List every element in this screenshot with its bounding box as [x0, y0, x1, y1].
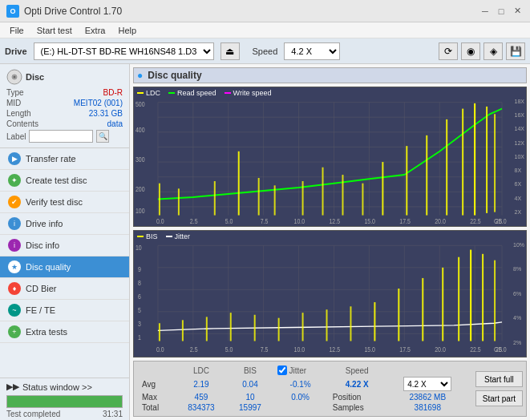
disc-length-label: Length	[6, 109, 31, 118]
svg-rect-87	[326, 309, 328, 341]
disc-type-value: BD-R	[103, 88, 123, 97]
titlebar: O Opti Drive Control 1.70 ─ □ ✕	[0, 0, 530, 22]
disc-mid-value: MEIT02 (001)	[74, 99, 123, 107]
samples-label: Samples	[328, 402, 386, 413]
drive-icon-btn-1[interactable]: ⟳	[439, 42, 458, 60]
svg-text:2.5: 2.5	[190, 217, 198, 225]
svg-rect-36	[362, 184, 363, 216]
svg-rect-42	[474, 103, 475, 216]
col-empty2	[386, 365, 469, 376]
chart-bis: BIS Jitter 10% 8% 6% 4% 2%	[133, 230, 527, 357]
transfer-rate-icon: ▶	[8, 152, 21, 165]
svg-text:1: 1	[138, 333, 141, 341]
svg-text:8: 8	[138, 279, 141, 287]
menu-help[interactable]: Help	[111, 24, 143, 37]
svg-point-2	[14, 76, 16, 79]
svg-text:0.0: 0.0	[156, 217, 164, 225]
svg-rect-29	[214, 181, 216, 216]
status-time: 31:31	[103, 410, 123, 418]
disc-label-label: Label	[6, 132, 26, 141]
sidebar-item-disc-quality[interactable]: ★ Disc quality	[0, 256, 129, 278]
disc-mid-label: MID	[6, 99, 21, 107]
svg-rect-85	[278, 318, 280, 341]
status-window-label: Status window >>	[22, 382, 92, 392]
sidebar-item-cd-bier-label: CD Bier	[26, 284, 57, 293]
svg-rect-94	[470, 249, 471, 341]
stats-row-avg: Avg 2.19 0.04 -0.1% 4.22 X 4.2 X	[137, 376, 469, 392]
y1-16x: 16X	[515, 112, 524, 118]
svg-rect-40	[446, 119, 447, 216]
sidebar-item-verify-test-disc[interactable]: ✔ Verify test disc	[0, 192, 129, 213]
disc-contents-row: Contents data	[6, 119, 123, 128]
eject-button[interactable]: ⏏	[220, 42, 240, 60]
svg-text:0.0: 0.0	[156, 345, 164, 353]
max-label: Max	[137, 392, 175, 402]
svg-rect-31	[258, 178, 260, 216]
svg-rect-86	[302, 313, 304, 341]
close-button[interactable]: ✕	[511, 5, 524, 18]
svg-text:5.0: 5.0	[225, 345, 233, 353]
jitter-checkbox[interactable]	[277, 365, 287, 375]
total-bis: 15997	[227, 402, 273, 413]
start-part-button[interactable]: Start part	[475, 390, 523, 406]
y1-14x: 14X	[515, 126, 524, 131]
chart-title: Disc quality	[148, 70, 201, 81]
sidebar-item-disc-info-label: Disc info	[26, 240, 59, 250]
svg-text:22.5: 22.5	[470, 345, 481, 353]
svg-rect-88	[350, 306, 351, 341]
sidebar-item-extra-tests[interactable]: + Extra tests	[0, 321, 129, 343]
app-icon: O	[6, 5, 19, 18]
sidebar-item-fe-te[interactable]: ~ FE / TE	[0, 300, 129, 321]
disc-label-search-button[interactable]: 🔍	[96, 130, 109, 143]
svg-rect-95	[482, 254, 483, 341]
y1-8x: 8X	[515, 168, 524, 173]
max-jitter: 0.0%	[273, 392, 327, 402]
svg-text:20.0: 20.0	[435, 217, 446, 225]
svg-rect-90	[398, 289, 399, 341]
minimize-button[interactable]: ─	[479, 5, 492, 18]
status-window-button[interactable]: ▶▶ Status window >>	[0, 378, 129, 395]
y1-4x: 4X	[515, 196, 524, 201]
legend-read-label: Read speed	[177, 89, 216, 97]
verify-test-disc-icon: ✔	[8, 196, 21, 208]
speed-select[interactable]: 4.2 X	[284, 42, 340, 60]
drive-icon-btn-2[interactable]: ◉	[461, 42, 480, 60]
menu-file[interactable]: File	[3, 24, 30, 37]
svg-rect-93	[458, 257, 459, 341]
svg-text:GB: GB	[494, 345, 502, 353]
status-completed-text: Test completed	[6, 410, 60, 418]
disc-label-input[interactable]	[29, 130, 93, 143]
sidebar: Disc Type BD-R MID MEIT02 (001) Length 2…	[0, 64, 130, 420]
legend-jitter-label: Jitter	[175, 232, 191, 240]
start-full-button[interactable]: Start full	[475, 371, 523, 387]
main: Disc Type BD-R MID MEIT02 (001) Length 2…	[0, 64, 530, 420]
nav-items: ▶ Transfer rate ✦ Create test disc ✔ Ver…	[0, 148, 129, 378]
disc-type-label: Type	[6, 88, 24, 97]
svg-rect-91	[422, 278, 423, 341]
sidebar-item-cd-bier[interactable]: ♦ CD Bier	[0, 278, 129, 300]
fe-te-icon: ~	[8, 304, 21, 317]
drive-select[interactable]: (E:) HL-DT-ST BD-RE WH16NS48 1.D3	[34, 42, 214, 60]
avg-label: Avg	[137, 376, 175, 392]
drive-icon-btn-3[interactable]: ◈	[483, 42, 503, 60]
jitter-label: Jitter	[277, 365, 322, 375]
y1-10x: 10X	[515, 154, 524, 160]
drive-icon-btn-4[interactable]: 💾	[506, 42, 525, 60]
legend-read-dot	[168, 92, 175, 94]
svg-text:2.5: 2.5	[190, 345, 198, 353]
menu-extra[interactable]: Extra	[79, 24, 112, 37]
sidebar-item-drive-info[interactable]: i Drive info	[0, 213, 129, 235]
sidebar-item-transfer-rate[interactable]: ▶ Transfer rate	[0, 148, 129, 170]
svg-text:400: 400	[136, 126, 145, 134]
sidebar-item-disc-info[interactable]: i Disc info	[0, 235, 129, 256]
svg-rect-84	[254, 315, 256, 341]
stats-speed-select[interactable]: 4.2 X	[403, 377, 451, 391]
sidebar-item-create-test-disc[interactable]: ✦ Create test disc	[0, 170, 129, 192]
menu-start-test[interactable]: Start test	[30, 24, 79, 37]
chart-header-icon: ●	[137, 70, 143, 81]
chart-header: ● Disc quality	[133, 67, 527, 83]
maximize-button[interactable]: □	[495, 5, 508, 18]
col-empty	[137, 365, 175, 376]
avg-speed: 4.22 X	[328, 376, 386, 392]
y1-18x: 18X	[515, 99, 524, 104]
